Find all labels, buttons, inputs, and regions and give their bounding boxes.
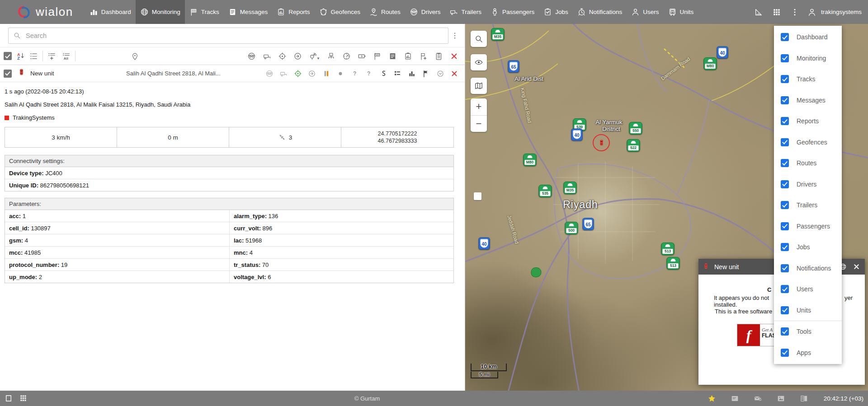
checkbox-checked[interactable] xyxy=(781,33,789,41)
map-search-button[interactable] xyxy=(471,31,487,47)
footer-apps-grid-icon[interactable] xyxy=(19,394,27,402)
unit-statistics-icon[interactable] xyxy=(408,70,416,78)
nav-tool-measure[interactable] xyxy=(750,0,768,24)
search-options-kebab[interactable] xyxy=(448,32,461,40)
toolbar-driver-filter-button[interactable] xyxy=(247,52,256,61)
nav-tracks[interactable]: Tracks xyxy=(185,0,224,24)
nav-geofences[interactable]: Geofences xyxy=(315,0,365,24)
unit-events-icon[interactable] xyxy=(422,70,430,78)
unit-state-dot-icon[interactable] xyxy=(336,70,344,78)
nav-tool-more[interactable] xyxy=(786,0,804,24)
checkbox-checked[interactable] xyxy=(781,54,789,62)
unit-position-marker[interactable] xyxy=(593,134,610,151)
dropdown-item-messages[interactable]: Messages xyxy=(774,90,842,111)
select-all-checkbox[interactable] xyxy=(4,52,12,60)
dropdown-item-monitoring[interactable]: Monitoring xyxy=(774,48,842,69)
map-layers-button[interactable] xyxy=(471,78,487,94)
toolbar-connection-state-button[interactable] xyxy=(327,52,335,61)
footer-window-icon[interactable] xyxy=(5,394,13,402)
unit-sensor-unknown-2-icon[interactable]: ? xyxy=(365,70,373,78)
dropdown-item-drivers[interactable]: Drivers xyxy=(774,174,842,195)
checkbox-checked[interactable] xyxy=(781,327,789,336)
checkbox-checked[interactable] xyxy=(781,264,789,272)
map-route-marker-m80[interactable]: M80 xyxy=(704,57,717,70)
map-route-marker-m35[interactable]: M35 xyxy=(491,28,505,41)
unit-driver-icon[interactable] xyxy=(265,70,274,78)
unit-expand-icon[interactable] xyxy=(436,70,444,78)
dropdown-item-geofences[interactable]: Geofences xyxy=(774,132,842,153)
map-route-marker-550[interactable]: 550 xyxy=(629,122,642,135)
checkbox-checked[interactable] xyxy=(781,159,789,167)
toolbar-clear-list-button[interactable] xyxy=(450,52,458,61)
checkbox-checked[interactable] xyxy=(781,117,789,125)
map-highway-shield-65[interactable]: 65 xyxy=(583,218,594,230)
toolbar-reports-filter-button[interactable] xyxy=(404,52,412,61)
map-route-marker-500[interactable]: 500 xyxy=(565,222,578,234)
unit-checkbox[interactable] xyxy=(4,70,12,78)
nav-monitoring[interactable]: Monitoring xyxy=(136,0,185,24)
checkbox-checked[interactable] xyxy=(781,96,789,104)
footer-mail-forward-icon[interactable] xyxy=(754,394,762,403)
toolbar-notes-button[interactable] xyxy=(434,52,443,61)
dropdown-item-routes[interactable]: Routes xyxy=(774,153,842,174)
nav-reports[interactable]: Reports xyxy=(272,0,314,24)
dropdown-item-jobs[interactable]: Jobs xyxy=(774,237,842,258)
add-to-list-button[interactable] xyxy=(47,52,56,61)
map-route-marker-513[interactable]: 513 xyxy=(661,243,675,255)
nav-jobs[interactable]: Jobs xyxy=(539,0,573,24)
unit-motion-icon[interactable] xyxy=(308,70,316,78)
checkbox-checked[interactable] xyxy=(781,306,789,314)
list-view-button[interactable] xyxy=(29,52,38,61)
nav-units[interactable]: Units xyxy=(664,0,698,24)
toolbar-trailer-filter-button[interactable] xyxy=(263,52,271,61)
unit-name[interactable]: New unit xyxy=(30,70,126,77)
map-visibility-button[interactable] xyxy=(471,54,487,70)
checkbox-checked[interactable] xyxy=(781,222,789,230)
dropdown-item-dashboard[interactable]: Dashboard xyxy=(774,27,842,48)
unit-list-row[interactable]: New unit Salih Al Qadhi Street 2818, Al … xyxy=(0,65,465,82)
map-highway-shield-40[interactable]: 40 xyxy=(717,47,728,59)
show-all-button[interactable]: All xyxy=(62,52,71,61)
zoom-out-button[interactable]: − xyxy=(471,116,487,132)
unit-sensor-unknown-1-icon[interactable]: ? xyxy=(351,70,359,78)
zoom-in-button[interactable]: + xyxy=(471,98,487,116)
map-route-marker-m80[interactable]: M80 xyxy=(524,154,537,166)
dropdown-item-units[interactable]: Units xyxy=(774,300,842,321)
toolbar-motion-state-button[interactable] xyxy=(293,52,302,61)
footer-favorites-icon[interactable] xyxy=(708,394,716,403)
checkbox-checked[interactable] xyxy=(781,349,789,357)
unit-trailer-icon[interactable] xyxy=(279,70,288,78)
dropdown-item-tracks[interactable]: Tracks xyxy=(774,69,842,90)
map-mini-control[interactable] xyxy=(474,192,481,200)
map-highway-shield-40[interactable]: 40 xyxy=(479,238,490,250)
nav-drivers[interactable]: Drivers xyxy=(405,0,445,24)
toolbar-speed-button[interactable] xyxy=(342,52,351,61)
unit-remove-icon[interactable] xyxy=(450,70,458,78)
dropdown-item-apps[interactable]: Apps xyxy=(774,342,842,364)
nav-tool-apps[interactable] xyxy=(768,0,786,24)
map-route-marker-513[interactable]: 513 xyxy=(667,257,680,270)
address-column-pin-icon[interactable] xyxy=(131,52,139,61)
checkbox-checked[interactable] xyxy=(781,243,789,251)
toolbar-satellite-signal-button[interactable]: ▼ xyxy=(309,52,320,61)
nav-dashboard[interactable]: Dashboard xyxy=(85,0,136,24)
map-route-marker-m35[interactable]: M35 xyxy=(564,182,577,194)
search-input[interactable] xyxy=(25,32,443,40)
account-menu[interactable]: trakingsystems xyxy=(804,8,868,17)
unit-properties-icon[interactable] xyxy=(393,70,401,78)
nav-users[interactable]: Users xyxy=(627,0,663,24)
toolbar-battery-state-button[interactable] xyxy=(358,52,366,61)
checkbox-checked[interactable] xyxy=(781,180,789,188)
dropdown-item-reports[interactable]: Reports xyxy=(774,111,842,132)
toolbar-trips-button[interactable] xyxy=(373,52,382,61)
dropdown-item-tools[interactable]: Tools xyxy=(774,321,842,342)
map-highway-shield-40[interactable]: 40 xyxy=(571,129,583,141)
unit-locate-icon[interactable] xyxy=(294,70,302,78)
map-route-marker-535[interactable]: 535 xyxy=(539,185,552,197)
dropdown-item-passengers[interactable]: Passengers xyxy=(774,216,842,237)
dropdown-item-notifications[interactable]: Notifications xyxy=(774,258,842,279)
nav-messages[interactable]: Messages xyxy=(224,0,273,24)
wialon-logo[interactable]: wialon xyxy=(0,5,85,20)
toolbar-messages-filter-button[interactable] xyxy=(388,52,397,61)
dropdown-item-users[interactable]: Users xyxy=(774,279,842,300)
